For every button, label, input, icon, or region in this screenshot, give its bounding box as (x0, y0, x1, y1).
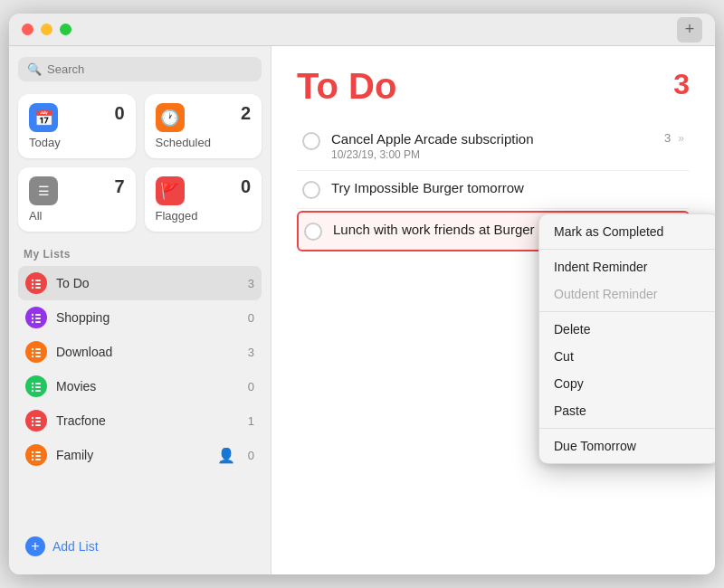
context-copy[interactable]: Copy (539, 370, 715, 397)
svg-point-30 (32, 451, 33, 453)
svg-point-22 (32, 390, 33, 392)
svg-rect-25 (35, 417, 41, 419)
close-button[interactable] (22, 24, 33, 35)
svg-rect-21 (35, 386, 41, 388)
reminder-cancel-arcade[interactable]: Cancel Apple Arcade subscription 10/23/1… (297, 122, 690, 171)
svg-rect-33 (35, 455, 41, 457)
svg-point-16 (32, 356, 33, 357)
main-count: 3 (673, 68, 690, 101)
smart-card-all[interactable]: ☰ 7 All (18, 167, 136, 232)
svg-point-20 (32, 386, 33, 388)
list-name-movies: Movies (56, 379, 239, 394)
list-count-movies: 0 (248, 380, 254, 394)
search-icon: 🔍 (27, 62, 42, 76)
today-icon: 📅 (29, 103, 58, 132)
svg-rect-31 (35, 451, 41, 453)
svg-point-14 (32, 352, 33, 354)
main-window: + 🔍 📅 0 Today 🕐 (9, 14, 715, 574)
lists-container: To Do 3 Shopping 0 (18, 266, 262, 522)
svg-rect-7 (35, 314, 41, 316)
content-area: 🔍 📅 0 Today 🕐 2 Scheduled (9, 46, 715, 574)
all-label: All (29, 209, 125, 223)
list-name-tracfone: Tracfone (56, 413, 239, 428)
sidebar-item-shopping[interactable]: Shopping 0 (18, 300, 262, 335)
svg-rect-1 (35, 280, 41, 281)
sidebar-item-todo[interactable]: To Do 3 (18, 266, 262, 300)
context-indent[interactable]: Indent Reminder (539, 253, 715, 280)
search-bar[interactable]: 🔍 (18, 57, 262, 81)
svg-point-32 (32, 455, 33, 457)
reminder-circle-cancel-arcade[interactable] (302, 132, 320, 150)
context-menu: Mark as Completed Indent Reminder Outden… (538, 213, 715, 464)
maximize-button[interactable] (60, 24, 71, 35)
person-icon-family: 👤 (217, 447, 235, 464)
reminder-title-cancel-arcade: Cancel Apple Arcade subscription (331, 131, 653, 147)
smart-card-scheduled[interactable]: 🕐 2 Scheduled (145, 94, 262, 158)
add-list-icon: + (25, 536, 45, 556)
context-due-tomorrow[interactable]: Due Tomorrow (539, 432, 715, 460)
minimize-button[interactable] (41, 24, 52, 35)
add-list-label: Add List (52, 539, 99, 554)
reminder-circle-impossible-burger[interactable] (302, 181, 320, 199)
svg-rect-35 (35, 459, 41, 460)
reminder-content-cancel-arcade: Cancel Apple Arcade subscription 10/23/1… (331, 131, 653, 161)
svg-rect-23 (35, 390, 41, 392)
sidebar-item-movies[interactable]: Movies 0 (18, 369, 262, 403)
context-paste[interactable]: Paste (539, 397, 715, 424)
svg-point-8 (32, 318, 33, 319)
smart-card-today[interactable]: 📅 0 Today (18, 94, 136, 158)
context-delete[interactable]: Delete (539, 316, 715, 343)
search-input[interactable] (47, 62, 252, 76)
context-cut[interactable]: Cut (539, 343, 715, 370)
sidebar-item-family[interactable]: Family 👤 0 (18, 438, 262, 472)
svg-rect-29 (35, 424, 41, 426)
list-icon-download (25, 341, 47, 363)
all-count: 7 (114, 176, 124, 197)
context-section-2: Indent Reminder Outdent Reminder (539, 250, 715, 312)
sidebar: 🔍 📅 0 Today 🕐 2 Scheduled (9, 46, 272, 574)
all-icon: ☰ (29, 176, 58, 205)
svg-point-0 (32, 280, 33, 281)
sidebar-item-tracfone[interactable]: Tracfone 1 (18, 403, 262, 438)
add-list-button[interactable]: + Add List (18, 529, 262, 564)
svg-rect-3 (35, 283, 41, 285)
list-count-shopping: 0 (248, 311, 254, 325)
list-count-tracfone: 1 (248, 414, 254, 428)
flagged-icon: 🚩 (156, 176, 185, 205)
svg-point-26 (32, 421, 33, 422)
svg-point-34 (32, 459, 33, 460)
main-panel: To Do 3 Cancel Apple Arcade subscription… (272, 46, 715, 574)
list-name-download: Download (56, 345, 239, 359)
main-title: To Do (297, 68, 396, 104)
context-mark-completed[interactable]: Mark as Completed (539, 218, 715, 245)
context-section-1: Mark as Completed (539, 214, 715, 250)
list-icon-todo (25, 272, 47, 294)
smart-card-flagged[interactable]: 🚩 0 Flagged (145, 167, 262, 232)
traffic-lights (22, 24, 71, 35)
reminder-circle-lunch-work[interactable] (304, 223, 322, 241)
list-icon-tracfone (25, 410, 47, 432)
reminder-badge-cancel-arcade: 3 » (664, 131, 684, 145)
context-section-4: Due Tomorrow (539, 429, 715, 463)
list-name-shopping: Shopping (56, 310, 239, 325)
list-icon-shopping (25, 307, 47, 328)
add-button[interactable]: + (677, 17, 702, 43)
svg-rect-11 (35, 321, 41, 323)
sidebar-item-download[interactable]: Download 3 (18, 335, 262, 369)
svg-point-28 (32, 424, 33, 426)
flagged-count: 0 (241, 176, 251, 197)
svg-rect-5 (35, 287, 41, 289)
svg-point-4 (32, 287, 33, 289)
svg-point-6 (32, 314, 33, 316)
list-count-todo: 3 (248, 277, 254, 290)
main-header: To Do 3 (297, 68, 690, 104)
list-count-family: 0 (248, 449, 254, 462)
svg-rect-9 (35, 318, 41, 319)
flagged-label: Flagged (156, 209, 252, 223)
reminder-impossible-burger[interactable]: Try Impossible Burger tomorrow (297, 171, 690, 209)
svg-point-18 (32, 383, 33, 384)
svg-rect-17 (35, 356, 41, 357)
svg-rect-19 (35, 383, 41, 384)
badge-count-cancel-arcade: 3 (664, 131, 671, 145)
reminder-title-impossible-burger: Try Impossible Burger tomorrow (331, 180, 684, 195)
